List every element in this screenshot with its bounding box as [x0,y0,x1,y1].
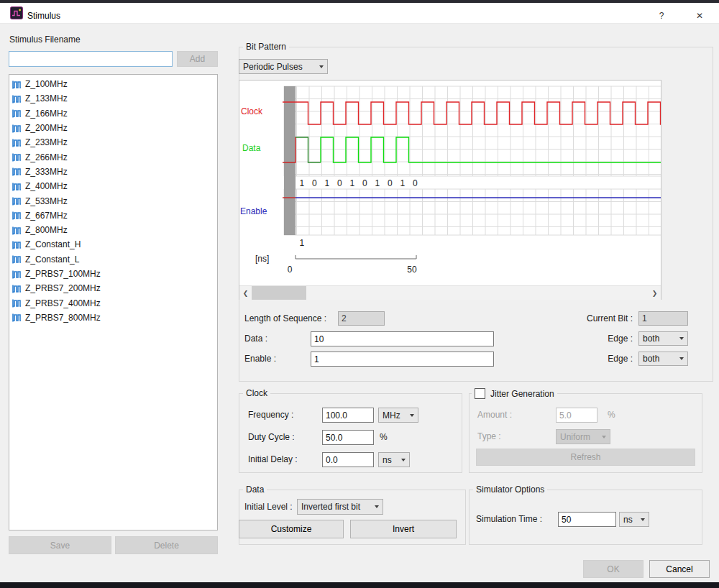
axis-start-label: 0 [288,265,293,275]
length-of-sequence-field [338,311,385,326]
list-item[interactable]: Z_266MHz [9,150,217,164]
chevron-down-icon [401,459,406,461]
pattern-type-select[interactable]: Periodic Pulses [239,59,328,74]
enable-bit-label: 1 [299,238,304,248]
data-bit-label: 0 [388,178,393,188]
list-item[interactable]: Z_100MHz [9,77,217,91]
scroll-left-arrow-icon[interactable]: ❮ [239,286,252,300]
duty-cycle-input[interactable] [322,430,374,445]
initial-delay-unit-select[interactable]: ns [378,452,410,467]
simulator-options-title: Simulator Options [473,484,547,495]
list-item[interactable]: Z_PRBS7_800MHz [9,311,217,325]
jitter-amount-label: Amount : [477,408,512,423]
waveform-icon [12,225,22,236]
frequency-unit-select[interactable]: MHz [378,408,418,423]
jitter-generation-label: Jitter Generation [490,389,554,399]
data-pattern-input[interactable] [311,331,494,346]
plot-grid [284,86,661,235]
frequency-label: Frequency : [248,408,293,423]
chevron-down-icon [641,518,645,521]
add-button: Add [177,51,218,67]
list-item[interactable]: Z_Constant_L [9,252,217,267]
cancel-button[interactable]: Cancel [649,560,710,578]
list-item-label: Z_Constant_L [25,254,79,265]
list-item-label: Z_266MHz [25,152,68,162]
stimulus-filename-input[interactable] [9,51,173,67]
frequency-unit-value: MHz [383,410,400,421]
duty-cycle-label: Duty Cycle : [248,430,295,445]
list-item[interactable]: Z_800MHz [9,223,217,237]
initial-level-select[interactable]: Inverted first bit [297,499,383,515]
list-item-label: Z_233MHz [25,137,68,147]
data-bit-label: 1 [349,178,354,188]
list-item[interactable]: Z_166MHz [9,106,217,121]
simulation-time-unit-value: ns [623,515,633,525]
list-item[interactable]: Z_PRBS7_400MHz [9,295,217,310]
bit-pattern-group-title: Bit Pattern [243,42,289,52]
list-item-label: Z_333MHz [25,167,68,177]
list-item[interactable]: Z_400MHz [9,179,217,193]
current-bit-field [638,311,688,326]
list-item[interactable]: Z_Constant_H [9,237,217,252]
waveform-icon [12,210,22,221]
enable-pattern-input[interactable] [311,352,494,367]
waveform-icon [12,298,22,308]
list-item[interactable]: Z_133MHz [9,91,217,106]
axis-scale-bar [296,255,416,259]
scrollbar-thumb[interactable] [252,286,306,300]
list-item[interactable]: Z_533MHz [9,193,217,208]
initial-delay-unit-value: ns [383,455,392,465]
initial-delay-input[interactable] [322,452,374,467]
jitter-type-select: Uniform [556,429,610,444]
jitter-checkbox[interactable] [475,388,485,399]
enable-signal-label: Enable [240,206,267,216]
list-item-label: Z_PRBS7_800MHz [25,313,101,323]
data-bit-label: 1 [400,178,405,188]
data-pattern-label: Data : [244,331,267,346]
data-bit-label: 0 [413,178,418,188]
waveform-icon [12,93,22,104]
close-button[interactable]: ✕ [687,6,712,25]
list-item[interactable]: Z_233MHz [9,135,217,150]
simulation-time-unit-select[interactable]: ns [619,512,649,527]
list-item[interactable]: Z_333MHz [9,165,217,179]
waveform-icon [12,254,22,265]
invert-button[interactable]: Invert [350,520,457,538]
list-item[interactable]: Z_PRBS7_200MHz [9,281,217,295]
jitter-amount-input [556,408,597,423]
scroll-right-arrow-icon[interactable]: ❯ [649,286,661,300]
jitter-generation-toggle[interactable]: Jitter Generation [472,388,557,399]
data-edge-select[interactable]: both [638,331,688,346]
enable-edge-select[interactable]: both [638,352,688,366]
simulation-time-input[interactable] [558,512,616,527]
waveform-icon [12,166,22,177]
frequency-input[interactable] [322,408,374,423]
chevron-down-icon [679,357,684,360]
waveform-icon [12,196,22,206]
list-item[interactable]: Z_200MHz [9,121,217,135]
current-bit-cursor[interactable] [284,86,296,235]
help-button[interactable]: ? [649,6,674,25]
enable-edge-label: Edge : [582,352,633,367]
stimulus-filename-label: Stimulus Filename [9,35,81,45]
chevron-down-icon [679,337,684,340]
customize-button[interactable]: Customize [239,520,344,538]
clock-group-title: Clock [243,388,270,398]
duty-cycle-unit-label: % [380,430,388,445]
waveform-icon [12,79,22,90]
data-group-title: Data [243,484,267,495]
data-signal-label: Data [242,143,261,153]
list-item-label: Z_800MHz [25,225,68,235]
chevron-down-icon [319,65,324,68]
waveform-icon [12,283,22,294]
list-item[interactable]: Z_667MHz [9,208,217,223]
jitter-type-label: Type : [477,429,501,444]
data-bit-label: 1 [299,178,304,188]
list-item-label: Z_PRBS7_100MHz [25,269,101,279]
ok-button: OK [583,560,644,578]
list-item-label: Z_PRBS7_200MHz [25,283,101,293]
list-item[interactable]: Z_PRBS7_100MHz [9,267,217,281]
data-edge-label: Edge : [582,331,633,346]
list-item-label: Z_133MHz [25,93,68,104]
enable-pattern-label: Enable : [244,352,276,367]
